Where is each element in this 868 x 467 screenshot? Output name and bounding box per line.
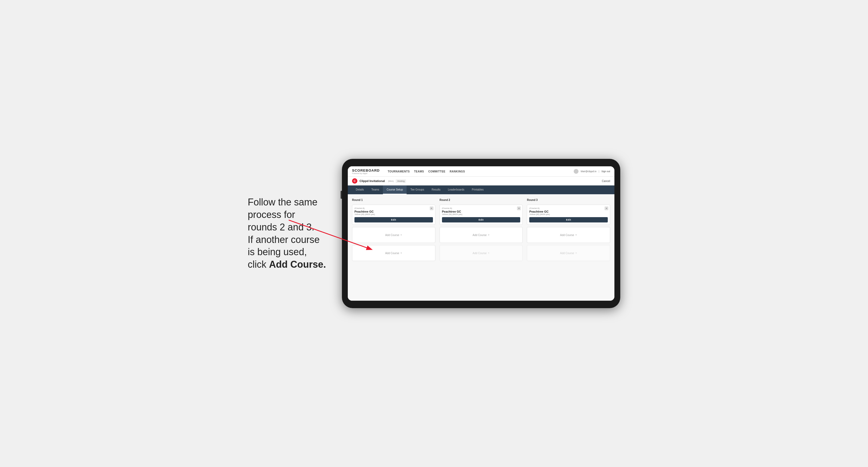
round-3-add-course-label: Add Course	[560, 234, 574, 237]
logo-area: SCOREBOARD Powered by clippd	[352, 168, 380, 174]
round-2-add-course-button[interactable]: Add Course +	[440, 227, 523, 243]
tournament-logo: C	[352, 178, 358, 184]
round-3-course-name: Peachtree GC	[529, 210, 608, 213]
annotation-text: Follow the same process for rounds 2 and…	[248, 196, 326, 271]
annotation-line1: Follow the same	[248, 197, 317, 208]
round-2-course-name: Peachtree GC	[442, 210, 521, 213]
main-content: Round 1 ✕ (Course A) Peachtree GC Yellow…	[348, 194, 614, 301]
round-3-edit-button[interactable]: Edit	[529, 217, 608, 222]
round-3-column: Round 3 ✕ (Course A) Peachtree GC Yellow…	[527, 198, 610, 261]
nav-right: blair@clippd.io | Sign out	[574, 169, 610, 174]
tab-printables[interactable]: Printables	[468, 185, 487, 194]
tournament-gender: (Men)	[388, 180, 394, 182]
rounds-grid: Round 1 ✕ (Course A) Peachtree GC Yellow…	[352, 198, 610, 261]
page-wrapper: Follow the same process for rounds 2 and…	[248, 159, 620, 308]
sub-header: C Clippd Invitational (Men) Hosting Canc…	[348, 177, 614, 185]
annotation-line2: process for	[248, 209, 295, 220]
nav-rankings[interactable]: RANKINGS	[450, 170, 465, 173]
round-1-course-details: Yellow (M) (6629 yds)	[354, 213, 433, 216]
round-1-course-card: ✕ (Course A) Peachtree GC Yellow (M) (66…	[352, 205, 435, 225]
round-3-delete-icon[interactable]: ✕	[604, 207, 608, 210]
tournament-name: Clippd Invitational	[360, 179, 385, 183]
tab-results[interactable]: Results	[428, 185, 444, 194]
round-1-add-course-label: Add Course	[385, 234, 399, 237]
tablet-screen: SCOREBOARD Powered by clippd TOURNAMENTS…	[348, 166, 614, 301]
round-2-column: Round 2 ✕ (Course A) Peachtree GC Yellow…	[440, 198, 523, 261]
user-avatar	[574, 169, 579, 174]
round-1-edit-button[interactable]: Edit	[354, 217, 433, 222]
round-3-course-tag: (Course A)	[529, 207, 608, 210]
round-3-course-card: ✕ (Course A) Peachtree GC Yellow (M) (66…	[527, 205, 610, 225]
round-2-label: Round 2	[440, 198, 523, 201]
tablet-frame: SCOREBOARD Powered by clippd TOURNAMENTS…	[342, 159, 620, 308]
round-3-add-course-button[interactable]: Add Course +	[527, 227, 610, 243]
round-2-add-plus-icon: +	[488, 233, 490, 237]
round-3-add-course-2-button: Add Course +	[527, 245, 610, 261]
round-2-course-details: Yellow (M) (6629 yds)	[442, 213, 521, 216]
tab-teams[interactable]: Teams	[368, 185, 383, 194]
round-2-add-plus-2-icon: +	[488, 251, 490, 255]
round-1-add-course-2-label: Add Course	[385, 252, 399, 255]
round-2-delete-icon[interactable]: ✕	[517, 207, 521, 210]
user-email: blair@clippd.io	[581, 170, 596, 173]
round-1-add-course-2-button[interactable]: Add Course +	[352, 245, 435, 261]
nav-tournaments[interactable]: TOURNAMENTS	[388, 170, 410, 173]
round-1-add-course-button[interactable]: Add Course +	[352, 227, 435, 243]
annotation-line3: rounds 2 and 3.	[248, 222, 314, 232]
sign-out-link[interactable]: Sign out	[601, 170, 610, 173]
annotation-line6: click	[248, 259, 269, 270]
round-2-add-course-2-label: Add Course	[473, 252, 487, 255]
round-1-course-name: Peachtree GC	[354, 210, 433, 213]
annotation-bold: Add Course.	[269, 259, 326, 270]
round-3-add-plus-icon: +	[575, 233, 577, 237]
round-3-course-details: Yellow (M) (6629 yds)	[529, 213, 608, 216]
nav-teams[interactable]: TEAMS	[414, 170, 424, 173]
nav-links: TOURNAMENTS TEAMS COMMITTEE RANKINGS	[388, 170, 569, 173]
round-1-add-plus-icon: +	[400, 233, 402, 237]
nav-committee[interactable]: COMMITTEE	[428, 170, 446, 173]
annotation-line5: is being used,	[248, 246, 307, 257]
round-3-label: Round 3	[527, 198, 610, 201]
tab-course-setup[interactable]: Course Setup	[383, 185, 407, 194]
round-2-add-course-label: Add Course	[473, 234, 487, 237]
cancel-button[interactable]: Cancel	[602, 180, 610, 183]
round-1-column: Round 1 ✕ (Course A) Peachtree GC Yellow…	[352, 198, 435, 261]
round-3-add-course-2-label: Add Course	[560, 252, 574, 255]
logo-sub: Powered by clippd	[352, 173, 380, 174]
round-1-delete-icon[interactable]: ✕	[430, 207, 433, 210]
hosting-badge: Hosting	[396, 179, 406, 183]
round-2-course-card: ✕ (Course A) Peachtree GC Yellow (M) (66…	[440, 205, 523, 225]
tabs-bar: Details Teams Course Setup Tee Groups Re…	[348, 185, 614, 194]
round-2-add-course-2-button: Add Course +	[440, 245, 523, 261]
round-1-add-plus-2-icon: +	[400, 251, 402, 255]
round-2-course-tag: (Course A)	[442, 207, 521, 210]
round-2-edit-button[interactable]: Edit	[442, 217, 521, 222]
top-nav: SCOREBOARD Powered by clippd TOURNAMENTS…	[348, 166, 614, 177]
round-1-course-tag: (Course A)	[354, 207, 433, 210]
tab-leaderboards[interactable]: Leaderboards	[444, 185, 468, 194]
tab-tee-groups[interactable]: Tee Groups	[407, 185, 428, 194]
round-1-label: Round 1	[352, 198, 435, 201]
annotation-line4: If another course	[248, 234, 319, 245]
logo-scoreboard: SCOREBOARD	[352, 168, 380, 173]
round-3-add-plus-2-icon: +	[575, 251, 577, 255]
tab-details[interactable]: Details	[352, 185, 368, 194]
tournament-info: C Clippd Invitational (Men) Hosting	[352, 178, 406, 184]
